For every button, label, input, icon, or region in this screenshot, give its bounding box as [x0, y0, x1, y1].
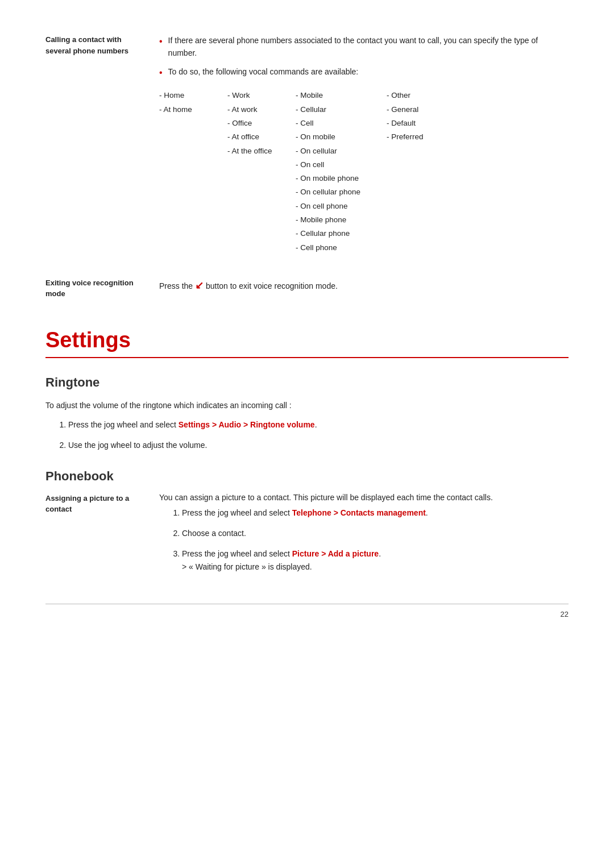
settings-divider [45, 357, 569, 358]
phonebook-assigning-label: Assigning a picture to a contact [45, 493, 136, 582]
cmd-office: - Office [227, 117, 290, 130]
cmd-mobile-phone: - Mobile phone [296, 213, 381, 227]
exit-prefix: Press the [159, 281, 195, 290]
settings-heading: Settings [45, 328, 569, 352]
pb-step3-prefix: Press the jog wheel and select [182, 549, 292, 558]
cmd-at-home: - At home [159, 103, 222, 117]
ringtone-steps: Press the jog wheel and select Settings … [68, 418, 569, 452]
pb-step1-bold: Telephone > Contacts management [292, 508, 426, 517]
ringtone-intro: To adjust the volume of the ringtone whi… [45, 399, 569, 413]
pb-step1-prefix: Press the jog wheel and select [182, 508, 292, 517]
cmd-general: - General [387, 103, 449, 117]
phonebook-assigning-intro: You can assign a picture to a contact. T… [159, 493, 569, 502]
pb-step3-suffix: . [379, 549, 381, 558]
ringtone-step-2: Use the jog wheel to adjust the volume. [68, 439, 569, 451]
ringtone-step1-suffix: . [315, 420, 317, 429]
ringtone-heading: Ringtone [45, 375, 569, 390]
cmd-work: - Work [227, 89, 290, 102]
commands-col-4: - Other - General - Default - Preferred [387, 89, 455, 255]
ringtone-section: Ringtone To adjust the volume of the rin… [45, 375, 569, 452]
phonebook-assigning: Assigning a picture to a contact You can… [45, 493, 569, 582]
ringtone-step1-prefix: Press the jog wheel and select [68, 420, 179, 429]
cmd-preferred: - Preferred [387, 130, 449, 144]
cmd-on-mobile: - On mobile [296, 130, 381, 144]
phonebook-step-2: Choose a contact. [182, 527, 569, 539]
cmd-on-cell: - On cell [296, 158, 381, 172]
pb-step1-suffix: . [426, 508, 428, 517]
cmd-at-work: - At work [227, 103, 290, 117]
phonebook-heading: Phonebook [45, 469, 569, 484]
cmd-at-office: - At office [227, 130, 290, 144]
exit-suffix: button to exit voice recognition mode. [204, 281, 338, 290]
cmd-cell-phone: - Cell phone [296, 241, 381, 255]
back-arrow-icon: ↙ [195, 280, 204, 291]
cmd-default: - Default [387, 117, 449, 130]
commands-col-3: - Mobile - Cellular - Cell - On mobile -… [296, 89, 387, 255]
exiting-section-label: Exiting voice recognition mode [45, 277, 136, 300]
calling-section-content: If there are several phone numbers assoc… [159, 34, 569, 255]
phonebook-assigning-content: You can assign a picture to a contact. T… [159, 493, 569, 582]
exiting-section: Exiting voice recognition mode Press the… [45, 277, 569, 300]
cmd-on-mobile-phone: - On mobile phone [296, 172, 381, 185]
page-number: 22 [45, 610, 569, 618]
bullet-1: If there are several phone numbers assoc… [159, 34, 569, 60]
commands-col-1: - Home - At home [159, 89, 227, 255]
pb-step3-bold: Picture > Add a picture [292, 549, 379, 558]
phonebook-step-1: Press the jog wheel and select Telephone… [182, 506, 569, 519]
ringtone-step-1: Press the jog wheel and select Settings … [68, 418, 569, 431]
cmd-home: - Home [159, 89, 222, 102]
bullet-2: To do so, the following vocal commands a… [159, 65, 569, 80]
cmd-cellular: - Cellular [296, 103, 381, 117]
cmd-on-cellular: - On cellular [296, 144, 381, 158]
ringtone-content: To adjust the volume of the ringtone whi… [45, 399, 569, 452]
exit-content: Press the ↙ button to exit voice recogni… [159, 277, 569, 294]
cmd-mobile: - Mobile [296, 89, 381, 102]
cmd-at-the-office: - At the office [227, 144, 290, 158]
cmd-other: - Other [387, 89, 449, 102]
cmd-on-cellular-phone: - On cellular phone [296, 185, 381, 199]
calling-section-label: Calling a contact with several phone num… [45, 34, 136, 255]
phonebook-steps: Press the jog wheel and select Telephone… [182, 506, 569, 574]
cmd-on-cell-phone: - On cell phone [296, 200, 381, 213]
pb-step3-sub: > « Waiting for picture » is displayed. [182, 562, 312, 571]
calling-section: Calling a contact with several phone num… [45, 34, 569, 255]
phonebook-step-3: Press the jog wheel and select Picture >… [182, 547, 569, 573]
bullet-2-text: To do so, the following vocal commands a… [168, 65, 359, 78]
cmd-cellular-phone: - Cellular phone [296, 227, 381, 240]
commands-grid: - Home - At home - Work - At work - Offi… [159, 89, 569, 255]
calling-bullets: If there are several phone numbers assoc… [159, 34, 569, 80]
bullet-1-text: If there are several phone numbers assoc… [168, 34, 569, 60]
cmd-cell: - Cell [296, 117, 381, 130]
bottom-divider [45, 604, 569, 604]
ringtone-step1-bold: Settings > Audio > Ringtone volume [179, 420, 315, 429]
commands-col-2: - Work - At work - Office - At office - … [227, 89, 296, 255]
phonebook-section: Phonebook Assigning a picture to a conta… [45, 469, 569, 582]
